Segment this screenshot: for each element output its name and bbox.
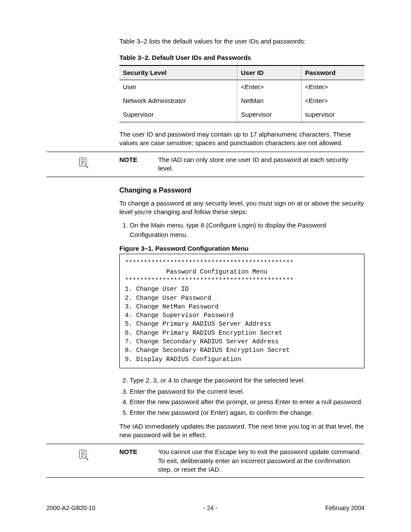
table-row: Network Administrator NetMan <Enter>	[119, 94, 364, 108]
note-block: NOTE You cannot use the Escape key to ex…	[47, 444, 364, 478]
step-text: , or	[157, 376, 168, 384]
terminal-output: ****************************************…	[119, 254, 364, 368]
steps-list-2: Type 2, 3, or 4 to change the password f…	[119, 376, 364, 417]
defaults-table: Security Level User ID Password User <En…	[119, 65, 364, 122]
table-cell: NetMan	[237, 94, 302, 108]
page-footer: 2000-A2-GB20-10 - 24 - February 2004	[47, 504, 364, 512]
inline-code: 4	[168, 377, 172, 385]
svg-rect-5	[79, 450, 86, 458]
step-text: to change the password for the selected …	[172, 376, 305, 384]
step-text: On the Main menu, type	[130, 221, 200, 229]
footer-left: 2000-A2-GB20-10	[47, 504, 96, 512]
steps-list-1: On the Main menu, type 8 (Configure Logi…	[119, 221, 364, 240]
note-icon	[77, 448, 89, 460]
step-text: Type	[130, 376, 146, 384]
intro-paragraph: Table 3–2 lists the default values for t…	[119, 37, 364, 46]
svg-rect-0	[79, 158, 86, 166]
table-cell: <Enter>	[237, 80, 302, 94]
section-intro: To change a password at any security lev…	[119, 199, 364, 217]
figure-caption: Figure 3–1. Password Configuration Menu	[119, 244, 364, 254]
step-text: ,	[149, 376, 153, 384]
table-row: Supervisor Supervisor supervisor	[119, 108, 364, 122]
table-header: Security Level	[119, 65, 237, 80]
note-label: NOTE	[119, 448, 158, 456]
table-cell: User	[119, 80, 237, 94]
table-cell: Supervisor	[237, 108, 302, 122]
after-steps-paragraph: The IAD immediately updates the password…	[119, 422, 364, 440]
note-block: NOTE The IAD can only store one user ID …	[47, 152, 364, 177]
inline-code: 2	[146, 377, 149, 385]
list-item: Enter the new password (or Enter) again,…	[130, 408, 364, 417]
table-cell: <Enter>	[301, 80, 364, 94]
footer-right: February 2004	[325, 504, 364, 512]
note-text: The IAD can only store one user ID and p…	[158, 156, 364, 173]
table-cell: supervisor	[301, 108, 364, 122]
list-item: Type 2, 3, or 4 to change the password f…	[130, 376, 364, 386]
note-text: You cannot use the Escape key to exit th…	[158, 448, 364, 474]
after-table-paragraph: The user ID and password may contain up …	[119, 130, 364, 148]
list-item: Enter the password for the current level…	[130, 387, 364, 396]
table-header: Password	[301, 65, 364, 80]
note-label: NOTE	[119, 156, 158, 164]
note-icon	[77, 156, 89, 168]
list-item: On the Main menu, type 8 (Configure Logi…	[130, 221, 364, 240]
footer-center: - 24 -	[203, 504, 218, 512]
table-header: User ID	[237, 65, 302, 80]
table-cell: <Enter>	[301, 94, 364, 108]
table-cell: Supervisor	[119, 108, 237, 122]
table-cell: Network Administrator	[119, 94, 237, 108]
table-row: User <Enter> <Enter>	[119, 80, 364, 94]
table-caption: Table 3–2. Default User IDs and Password…	[119, 53, 364, 62]
inline-code: 8	[200, 222, 204, 230]
inline-code: 3	[153, 377, 157, 385]
list-item: Enter the new password after the prompt,…	[130, 398, 364, 406]
section-heading: Changing a Password	[119, 186, 364, 195]
